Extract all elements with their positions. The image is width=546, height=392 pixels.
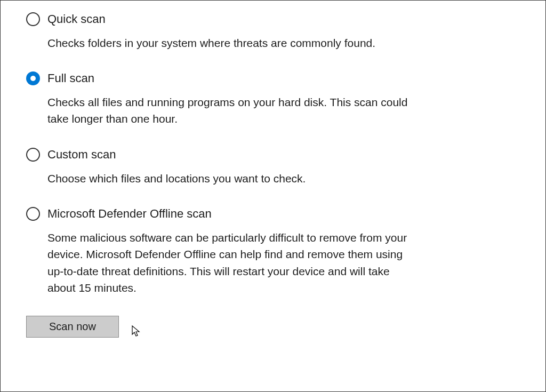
scan-now-button[interactable]: Scan now [26,316,119,338]
radio-custom-scan-wrap[interactable] [26,147,47,162]
option-quick-scan[interactable]: Quick scan Checks folders in your system… [26,11,520,51]
option-full-scan[interactable]: Full scan Checks all files and running p… [26,70,520,127]
option-full-scan-title: Full scan [47,70,410,86]
option-custom-scan[interactable]: Custom scan Choose which files and locat… [26,147,520,187]
option-quick-scan-title: Quick scan [47,11,410,27]
option-offline-scan-title: Microsoft Defender Offline scan [47,206,410,222]
option-quick-scan-desc: Checks folders in your system where thre… [47,35,410,52]
radio-quick-scan-wrap[interactable] [26,11,47,26]
option-custom-scan-title: Custom scan [47,147,410,163]
option-quick-scan-content: Quick scan Checks folders in your system… [47,11,410,51]
radio-full-scan[interactable] [26,71,40,85]
radio-full-scan-wrap[interactable] [26,70,47,85]
option-custom-scan-desc: Choose which files and locations you wan… [47,170,410,187]
option-full-scan-desc: Checks all files and running programs on… [47,94,410,127]
option-offline-scan[interactable]: Microsoft Defender Offline scan Some mal… [26,206,520,297]
option-custom-scan-content: Custom scan Choose which files and locat… [47,147,410,187]
radio-offline-scan[interactable] [26,207,40,221]
radio-custom-scan[interactable] [26,148,40,162]
radio-quick-scan[interactable] [26,12,40,26]
option-offline-scan-content: Microsoft Defender Offline scan Some mal… [47,206,410,297]
option-offline-scan-desc: Some malicious software can be particula… [47,229,410,297]
scan-now-button-wrap: Scan now [26,316,520,338]
option-full-scan-content: Full scan Checks all files and running p… [47,70,410,127]
cursor-icon [132,325,142,338]
radio-offline-scan-wrap[interactable] [26,206,47,221]
